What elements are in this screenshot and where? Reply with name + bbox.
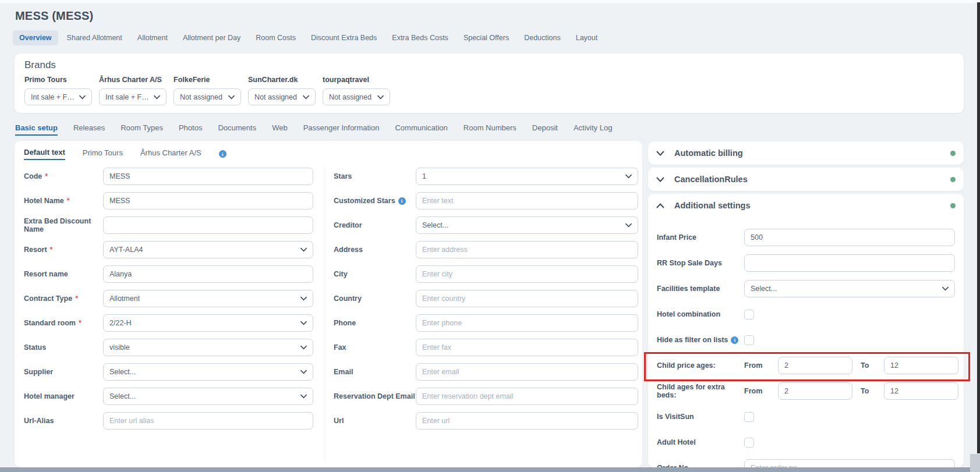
- rr-stop-sale-days-input[interactable]: [744, 254, 955, 272]
- child-price-ages-from-input[interactable]: [778, 357, 852, 374]
- hotel-combination-checkbox[interactable]: [744, 310, 754, 320]
- section-tab-releases[interactable]: Releases: [73, 123, 105, 134]
- email-input[interactable]: [416, 363, 638, 381]
- form-column-left: Code* Hotel Name* Extra Bed Discount Nam…: [24, 168, 313, 436]
- text-tab-default-text[interactable]: Default text: [24, 148, 65, 160]
- field-label: Status: [24, 343, 46, 352]
- extra-bed-discount-name-input[interactable]: [103, 217, 313, 234]
- chevron-down-icon: [300, 345, 307, 350]
- section-tab-room-numbers[interactable]: Room Numbers: [464, 123, 516, 134]
- tab-layout[interactable]: Layout: [569, 30, 604, 45]
- is-visitsun-checkbox[interactable]: [744, 412, 754, 422]
- horizontal-scrollbar[interactable]: [0, 467, 980, 472]
- field-stars: Stars 1: [334, 168, 638, 185]
- chevron-down-icon: [377, 95, 384, 100]
- required-asterisk: *: [50, 246, 53, 254]
- stars-select[interactable]: 1: [416, 168, 638, 185]
- section-tab-passenger-information[interactable]: Passenger Information: [303, 123, 380, 134]
- accordion-title: CancellationRules: [674, 175, 748, 184]
- accordion-header[interactable]: CancellationRules: [648, 168, 964, 191]
- tab-overview[interactable]: Overview: [13, 30, 58, 45]
- resort-select[interactable]: AYT-ALA4: [103, 241, 313, 258]
- tab-allotment-per-day[interactable]: Allotment per Day: [176, 30, 247, 45]
- hide-as-filter-checkbox[interactable]: [744, 335, 754, 345]
- brand-tourpaqtravel-select[interactable]: Not assigned: [323, 88, 390, 105]
- section-tab-web[interactable]: Web: [272, 123, 288, 134]
- brand-primo-tours-select[interactable]: Int sale + Fo...: [24, 88, 92, 105]
- tab-allotment[interactable]: Allotment: [131, 30, 174, 45]
- child-ages-extra-beds-from-input[interactable]: [778, 382, 852, 400]
- brand-folkeferie-select[interactable]: Not assigned: [174, 88, 241, 105]
- section-tab-communication[interactable]: Communication: [395, 123, 447, 134]
- selected-value: Select...: [109, 368, 136, 376]
- hotel-manager-select[interactable]: Select...: [103, 388, 313, 405]
- tab-extra-beds-costs[interactable]: Extra Beds Costs: [385, 30, 455, 45]
- hotel-name-input[interactable]: [103, 192, 313, 210]
- brand-tourpaqtravel: tourpaqtravel Not assigned: [323, 76, 390, 105]
- field-label: Country: [334, 294, 362, 303]
- tab-special-offers[interactable]: Special Offers: [457, 30, 515, 45]
- tab-deductions[interactable]: Deductions: [518, 30, 567, 45]
- accordion-header[interactable]: Automatic billing: [648, 141, 964, 165]
- section-tab-activity-log[interactable]: Activity Log: [574, 123, 612, 134]
- city-input[interactable]: [416, 265, 638, 283]
- field-label: Url: [334, 417, 344, 425]
- tab-discount-extra-beds[interactable]: Discount Extra Beds: [305, 30, 383, 45]
- status-select[interactable]: visible: [103, 339, 313, 356]
- vertical-scrollbar[interactable]: [977, 2, 980, 453]
- adult-hotel-checkbox[interactable]: [744, 438, 754, 448]
- tab-shared-allotment[interactable]: Shared Allotment: [61, 30, 129, 45]
- field-label: Extra Bed Discount Name: [24, 217, 103, 233]
- chevron-down-icon: [300, 321, 307, 325]
- order-no-input[interactable]: [744, 459, 955, 467]
- contract-type-select[interactable]: Allotment: [103, 290, 313, 307]
- field-facilities-template: Facilities template Select...: [657, 280, 955, 297]
- fax-input[interactable]: [416, 339, 638, 356]
- to-label: To: [852, 387, 884, 395]
- url-input[interactable]: [416, 412, 638, 430]
- url-alias-input[interactable]: [103, 412, 313, 430]
- child-ages-extra-beds-to-input[interactable]: [884, 382, 958, 400]
- brand-aarhus-charter-select[interactable]: Int sale + Fo...: [99, 88, 167, 105]
- field-address: Address: [334, 241, 638, 258]
- text-tab-primo-tours[interactable]: Primo Tours: [83, 148, 123, 159]
- section-tab-photos[interactable]: Photos: [179, 123, 202, 134]
- accordion-header[interactable]: Additional settings: [648, 194, 964, 217]
- standard-room-select[interactable]: 2/22-H: [103, 314, 313, 332]
- info-icon[interactable]: i: [398, 197, 406, 205]
- facilities-template-select[interactable]: Select...: [744, 280, 955, 297]
- customized-stars-input[interactable]: [416, 192, 638, 210]
- phone-input[interactable]: [416, 314, 638, 332]
- field-label: Hide as filter on lists: [657, 336, 728, 344]
- brand-suncharter-select[interactable]: Not assigned: [248, 88, 316, 105]
- child-price-ages-to-input[interactable]: [884, 357, 958, 374]
- accordion-title: Additional settings: [674, 201, 751, 210]
- chevron-down-icon: [228, 95, 235, 100]
- field-label: Contract Type: [24, 294, 72, 303]
- code-input[interactable]: [103, 168, 313, 185]
- selected-value: Select...: [751, 285, 777, 293]
- field-city: City: [334, 265, 638, 283]
- chevron-down-icon: [300, 394, 307, 399]
- to-label: To: [852, 361, 884, 370]
- brand-label: tourpaqtravel: [323, 76, 390, 84]
- country-input[interactable]: [416, 290, 638, 307]
- text-tab-aarhus-charter[interactable]: Århus Charter A/S: [140, 148, 201, 159]
- section-tab-room-types[interactable]: Room Types: [121, 123, 163, 134]
- supplier-select[interactable]: Select...: [103, 363, 313, 381]
- field-child-ages-for-extra-beds: Child ages for extra beds: From To: [657, 382, 955, 400]
- tab-room-costs[interactable]: Room Costs: [249, 30, 302, 45]
- infant-price-input[interactable]: [744, 229, 955, 246]
- reservation-dept-email-input[interactable]: [416, 388, 638, 405]
- info-icon[interactable]: i: [219, 150, 227, 158]
- selected-value: AYT-ALA4: [109, 246, 143, 254]
- selected-value: visible: [109, 343, 130, 352]
- section-tab-documents[interactable]: Documents: [218, 123, 256, 134]
- section-tab-basic-setup[interactable]: Basic setup: [15, 123, 58, 136]
- basic-setup-card: Default text Primo Tours Århus Charter A…: [15, 141, 642, 467]
- info-icon[interactable]: i: [731, 336, 738, 344]
- address-input[interactable]: [416, 241, 638, 258]
- required-asterisk: *: [75, 294, 78, 303]
- creditor-select[interactable]: Select...: [416, 217, 638, 234]
- section-tab-deposit[interactable]: Deposit: [532, 123, 558, 134]
